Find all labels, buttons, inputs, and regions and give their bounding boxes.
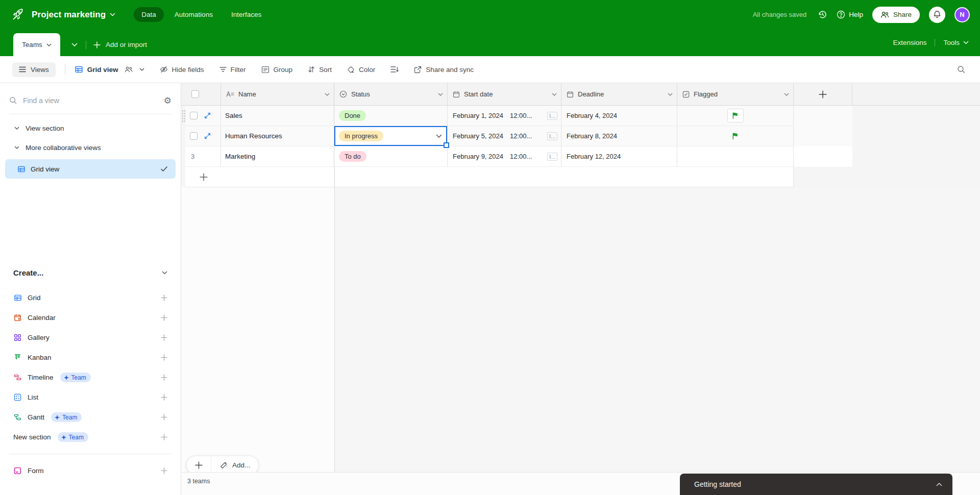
sort-button[interactable]: Sort [308,66,332,73]
getting-started-toast[interactable]: Getting started [680,474,952,495]
plus-icon[interactable] [161,467,167,474]
column-header-status[interactable]: Status [334,83,448,106]
expand-record-icon[interactable] [204,133,211,139]
status-pill[interactable]: To do [339,151,366,162]
start-date-cell[interactable]: February 9, 2024 12:00... I... [448,146,561,167]
chevron-down-icon[interactable] [552,93,557,96]
deadline-cell[interactable]: February 4, 2024 [561,106,677,126]
row-height-button[interactable] [390,66,399,73]
add-or-import-button[interactable]: Add or import [93,33,147,56]
flagged-cell[interactable] [677,106,794,126]
user-avatar[interactable]: N [954,7,970,22]
find-view-input[interactable] [23,96,158,105]
plus-icon[interactable] [161,354,167,361]
create-item-timeline[interactable]: Timeline Team [0,367,181,387]
table-tab-chevron-icon[interactable] [46,43,52,46]
status-cell[interactable]: To do [334,146,448,167]
deadline-cell[interactable]: February 12, 2024 [561,146,677,167]
name-cell[interactable]: Human Resources [221,126,334,146]
sidebar-section-more-collaborative[interactable]: More collaborative views [0,138,181,157]
plus-icon[interactable] [161,294,167,301]
plus-icon[interactable] [161,394,167,401]
name-cell[interactable]: Marketing [221,146,334,167]
chevron-down-icon[interactable] [784,93,789,96]
flagged-cell[interactable] [677,146,794,167]
plus-icon[interactable] [161,314,167,321]
frozen-column-divider[interactable] [334,187,335,472]
rocket-logo-icon[interactable] [11,8,24,21]
table-row[interactable]: Sales Done February 1, 2024 12:00... I..… [185,106,852,126]
table-list-chevron-icon[interactable] [71,33,78,56]
chevron-down-icon[interactable] [438,93,443,96]
create-item-kanban[interactable]: Kanban [0,348,181,367]
chevron-down-icon[interactable] [325,93,330,96]
column-header-deadline[interactable]: Deadline [561,83,677,106]
create-item-form[interactable]: Form [0,461,181,481]
notifications-button[interactable] [929,7,945,23]
create-item-new-section[interactable]: New section Team [0,427,181,447]
row-checkbox[interactable] [190,112,198,119]
tab-automations[interactable]: Automations [167,7,220,22]
add-with-ai-button[interactable]: Add... [211,456,258,474]
status-cell[interactable]: Done [334,106,448,126]
search-icon[interactable] [957,65,966,74]
plus-icon[interactable] [161,334,167,341]
table-tab-teams[interactable]: Teams [13,33,60,56]
start-date-cell[interactable]: February 1, 2024 12:00... I... [448,106,561,126]
group-button[interactable]: Group [261,66,293,73]
tab-interfaces[interactable]: Interfaces [224,7,269,22]
share-button[interactable]: Share [872,7,920,23]
add-record-plus-button[interactable] [187,456,211,474]
status-pill[interactable]: Done [339,110,366,121]
gear-icon[interactable]: ⚙ [164,96,172,105]
color-button[interactable]: Color [347,66,375,73]
tab-data[interactable]: Data [134,7,164,22]
create-item-gallery[interactable]: Gallery [0,328,181,348]
row-drag-handle[interactable] [182,110,185,122]
section-label: More collaborative views [26,144,101,152]
sidebar-section-view-section[interactable]: View section [0,118,181,138]
add-record-row[interactable] [185,167,794,187]
column-label: Flagged [694,90,718,98]
expand-record-icon[interactable] [204,112,211,119]
select-all-checkbox[interactable] [191,90,199,98]
history-icon[interactable] [818,10,827,19]
plus-icon[interactable] [161,374,167,381]
column-header-name[interactable]: Name [221,83,334,106]
flag-toggle-button[interactable] [727,109,744,122]
chevron-up-icon[interactable] [936,483,942,486]
status-pill[interactable]: In progress [339,131,383,141]
hide-fields-button[interactable]: Hide fields [160,65,204,73]
table-row[interactable]: Human Resources In progress February 5, … [185,126,852,146]
deadline-cell[interactable]: February 8, 2024 [561,126,677,146]
chevron-down-icon[interactable] [668,93,673,96]
start-date-cell[interactable]: February 5, 2024 12:00... I... [448,126,561,146]
row-checkbox[interactable] [190,132,198,140]
create-item-calendar[interactable]: Calendar [0,308,181,328]
column-header-flagged[interactable]: Flagged [677,83,794,106]
plus-icon[interactable] [161,414,167,420]
select-chevron-icon[interactable] [436,134,442,138]
sidebar-item-grid-view-selected[interactable]: Grid view [5,159,176,179]
tools-button[interactable]: Tools [943,39,969,46]
base-title[interactable]: Project marketing [32,10,106,20]
current-view-button[interactable]: Grid view [75,65,144,73]
add-field-button[interactable] [794,83,852,106]
create-item-grid[interactable]: Grid [0,288,181,308]
help-button[interactable]: Help [837,10,863,19]
create-section-header[interactable]: Create... [0,263,181,282]
create-item-list[interactable]: List [0,387,181,407]
flagged-cell[interactable] [677,126,794,146]
extensions-button[interactable]: Extensions [893,39,926,46]
column-header-start-date[interactable]: Start date [448,83,561,106]
base-title-chevron-icon[interactable] [110,13,115,16]
views-button[interactable]: Views [12,62,56,77]
table-row[interactable]: 3 Marketing To do February 9, 2024 12:00… [185,146,852,167]
status-cell-selected[interactable]: In progress [334,126,448,146]
filter-button[interactable]: Filter [219,66,246,73]
plus-icon[interactable] [161,434,167,440]
name-cell[interactable]: Sales [221,106,334,126]
share-and-sync-button[interactable]: Share and sync [414,66,474,73]
create-item-gantt[interactable]: Gantt Team [0,407,181,427]
view-config-chevron-icon[interactable] [139,68,144,71]
